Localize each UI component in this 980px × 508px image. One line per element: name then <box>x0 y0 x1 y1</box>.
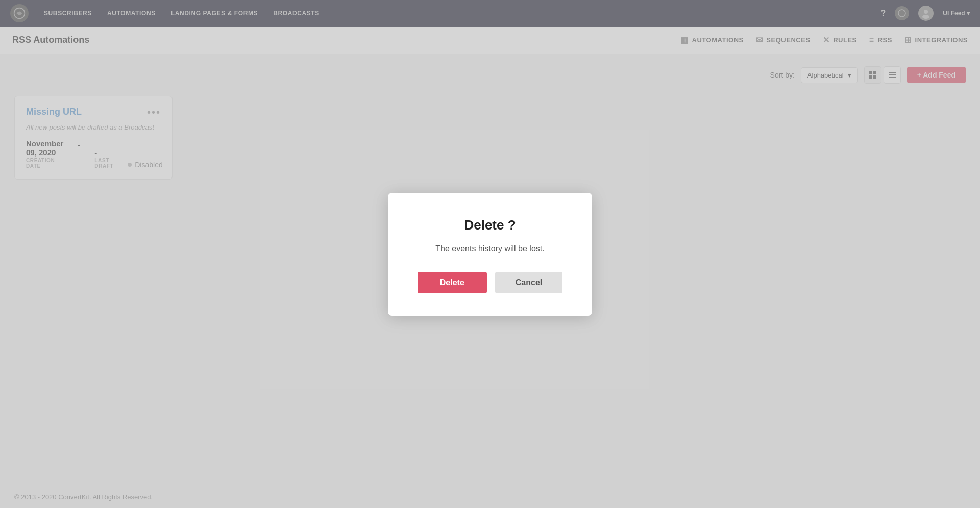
modal-overlay: Delete ? The events history will be lost… <box>0 0 980 508</box>
cancel-button[interactable]: Cancel <box>495 272 562 293</box>
delete-modal: Delete ? The events history will be lost… <box>388 193 592 316</box>
confirm-delete-button[interactable]: Delete <box>418 272 487 293</box>
modal-actions: Delete Cancel <box>416 272 564 293</box>
modal-message: The events history will be lost. <box>416 244 564 253</box>
modal-title: Delete ? <box>416 217 564 233</box>
